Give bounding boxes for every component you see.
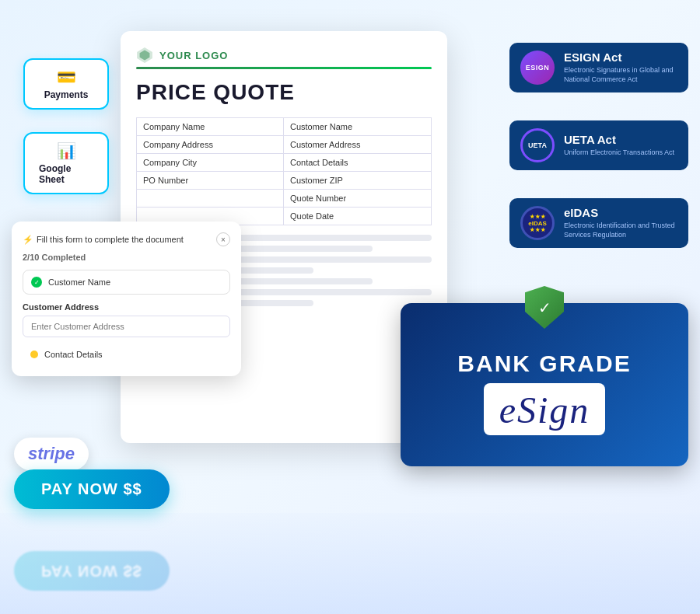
payments-label: Payments [44,89,89,100]
lightning-icon: ⚡ [23,235,33,245]
shield-icon-wrap: ✓ [525,286,564,329]
reflection-area: PAY NOW $$ [0,513,700,614]
eidas-label-icon: eIDAS [528,220,547,227]
customer-name-label: Customer Name [48,277,110,287]
logo-icon [136,47,153,64]
customer-address-field-group: Customer Address [23,302,230,337]
esign-script: eSign [484,383,606,435]
doc-title: PRICE QUOTE [136,80,432,105]
table-row: PO Number Customer ZIP [137,172,432,190]
esign-text: ESIGN Act Electronic Signatures in Globa… [564,51,677,84]
customer-address-input[interactable] [23,316,230,337]
contact-details-field-pending: Contact Details [23,344,230,365]
doc-divider [136,67,432,69]
pending-dot-icon [30,351,38,358]
table-cell: Company Address [137,136,284,154]
eidas-stars-bottom: ★★★ [530,227,546,233]
logo-text: YOUR LOGO [159,50,228,61]
table-cell: Customer Address [283,136,431,154]
gsheet-label: Google Sheet [39,163,93,185]
ueta-subtitle: Uniform Electronic Transactions Act [564,148,674,158]
pay-now-reflection: PAY NOW $$ [14,551,170,591]
esign-subtitle: Electronic Signatures in Global and Nati… [564,66,677,84]
table-cell: Quote Date [283,208,431,225]
ueta-title: UETA Act [564,133,674,146]
eidas-text: eIDAS Electronic Identification and Trus… [564,206,677,239]
form-progress: 2/10 Completed [23,253,230,262]
eidas-logo: ★★★ eIDAS ★★★ [520,206,555,240]
stripe-text: stripe [28,444,75,464]
ueta-text: UETA Act Uniform Electronic Transactions… [564,133,674,158]
pay-now-label: PAY NOW $$ [41,480,142,497]
shield-icon: ✓ [525,286,564,329]
pay-now-button[interactable]: PAY NOW $$ [14,469,170,509]
pay-now-reflection-text: PAY NOW $$ [41,563,142,580]
table-cell: Contact Details [283,154,431,172]
stripe-badge: stripe [14,438,89,470]
table-cell: PO Number [137,172,284,190]
form-panel: ⚡ Fill this form to complete the documen… [12,222,241,376]
table-cell: Company City [137,154,284,172]
payments-button[interactable]: 💳 Payments [23,58,109,110]
table-cell: Quote Number [283,190,431,208]
eidas-subtitle: Electronic Identification and Trusted Se… [564,222,677,239]
esign-signature: eSign [499,389,590,431]
table-row: Company City Contact Details [137,154,432,172]
google-sheet-button[interactable]: 📊 Google Sheet [23,132,109,194]
esign-logo: ESIGN [520,51,555,85]
table-row: Quote Number [137,190,432,208]
bank-grade-title: BANK GRADE [457,351,631,377]
table-cell: Company Name [137,118,284,136]
table-cell: Customer Name [283,118,431,136]
bank-grade-card: ✓ BANK GRADE eSign [401,303,688,466]
table-cell: Customer ZIP [283,172,431,190]
form-header: ⚡ Fill this form to complete the documen… [23,232,230,246]
table-cell [137,190,284,208]
eidas-badge: ★★★ eIDAS ★★★ eIDAS Electronic Identific… [509,198,688,248]
esign-badge: ESIGN ESIGN Act Electronic Signatures in… [509,43,688,92]
table-row: Company Name Customer Name [137,118,432,136]
check-icon: ✓ [31,277,42,288]
esign-title: ESIGN Act [564,51,677,64]
form-close-button[interactable]: × [216,232,230,246]
eidas-title: eIDAS [564,206,677,219]
doc-table: Company Name Customer Name Company Addre… [136,117,432,225]
eidas-stars: ★★★ [530,214,546,220]
customer-address-label: Customer Address [23,302,230,312]
form-title-text: ⚡ Fill this form to complete the documen… [23,235,184,245]
payments-icon: 💳 [57,68,76,86]
gsheet-icon: 📊 [57,141,76,160]
contact-details-label: Contact Details [44,350,103,359]
customer-name-field-done: ✓ Customer Name [23,270,230,295]
ueta-badge: UETA UETA Act Uniform Electronic Transac… [509,120,688,170]
doc-logo: YOUR LOGO [136,47,432,64]
ueta-logo: UETA [520,128,555,162]
table-row: Company Address Customer Address [137,136,432,154]
